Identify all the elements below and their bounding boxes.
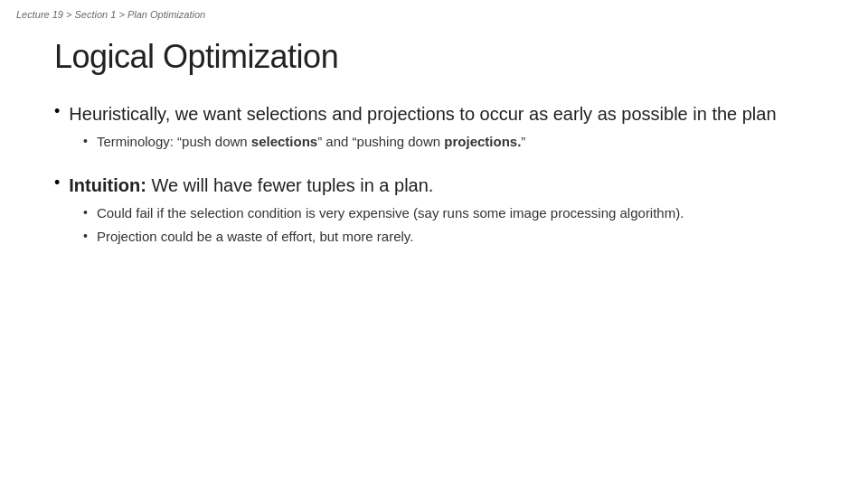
bullet-section-1: • Heuristically, we want selections and … [54, 101, 814, 153]
projections-bold: projections. [444, 134, 521, 149]
sub-text-2b: Projection could be a waste of effort, b… [97, 227, 413, 248]
bullet-dot-1: • [54, 102, 60, 121]
sub-bullets-1: • Terminology: “push down selections” an… [83, 132, 814, 153]
sub-bullet-item-2a: • Could fail if the selection condition … [83, 203, 814, 224]
sub-bullets-2: • Could fail if the selection condition … [83, 203, 814, 248]
intuition-label: Intuition: [69, 175, 146, 195]
main-content: Logical Optimization • Heuristically, we… [0, 29, 868, 286]
page-title: Logical Optimization [54, 38, 814, 76]
bullet-text-1: Heuristically, we want selections and pr… [69, 101, 776, 127]
selections-bold: selections [251, 134, 317, 149]
bullet-section-2: • Intuition: We will have fewer tuples i… [54, 173, 814, 248]
sub-dot-2b: • [83, 229, 88, 243]
bullet-text-2: Intuition: We will have fewer tuples in … [69, 173, 433, 198]
bullet-item-1: • Heuristically, we want selections and … [54, 101, 814, 127]
sub-dot-1: • [83, 134, 88, 148]
breadcrumb: Lecture 19 > Section 1 > Plan Optimizati… [0, 0, 868, 29]
sub-text-1: Terminology: “push down selections” and … [97, 132, 525, 153]
sub-bullet-item-1: • Terminology: “push down selections” an… [83, 132, 814, 153]
bullet-item-2: • Intuition: We will have fewer tuples i… [54, 173, 814, 198]
breadcrumb-text: Lecture 19 > Section 1 > Plan Optimizati… [16, 9, 205, 20]
sub-dot-2a: • [83, 205, 88, 220]
sub-bullet-item-2b: • Projection could be a waste of effort,… [83, 227, 814, 248]
sub-text-2a: Could fail if the selection condition is… [97, 203, 684, 224]
bullet-dot-2: • [54, 174, 60, 192]
